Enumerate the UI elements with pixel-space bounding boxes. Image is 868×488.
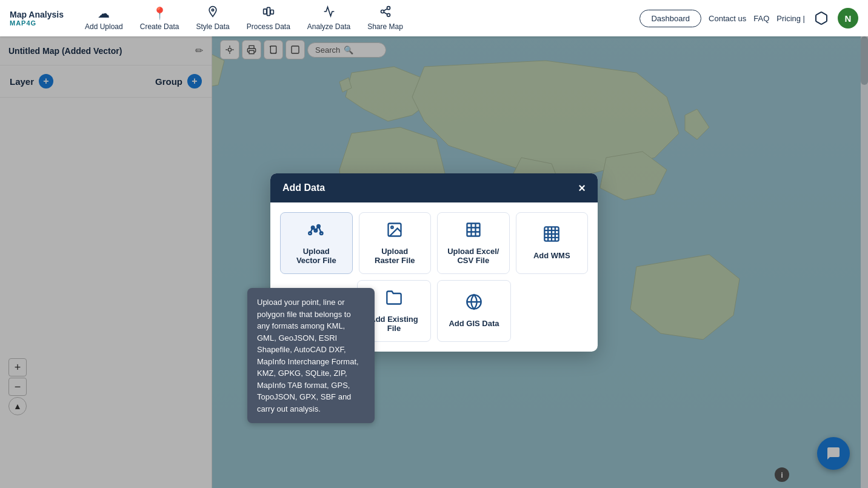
svg-rect-24 — [467, 223, 479, 236]
option-add-wms[interactable]: Add WMS — [516, 212, 589, 274]
app-subtitle: MAP4G — [10, 19, 64, 27]
user-avatar[interactable]: N — [838, 8, 858, 28]
nav-add-upload[interactable]: ☁ Add Upload — [76, 2, 132, 35]
svg-point-5 — [381, 10, 384, 13]
map-container[interactable]: Search 🔍 Untitled Map (Added Vector) ✏ L… — [0, 36, 868, 488]
upload-icon: ☁ — [98, 6, 110, 21]
svg-rect-1 — [263, 9, 266, 14]
nav-process-data[interactable]: Process Data — [238, 2, 299, 35]
faq-link[interactable]: FAQ — [753, 14, 769, 23]
svg-point-4 — [387, 7, 390, 10]
svg-rect-3 — [270, 10, 273, 15]
wms-option-label: Add WMS — [533, 251, 570, 260]
option-upload-raster[interactable]: UploadRaster File — [359, 212, 432, 274]
modal-header: Add Data × — [270, 173, 598, 202]
create-icon: 📍 — [152, 6, 167, 21]
modal-overlay[interactable]: Add Data × UploadVector File UploadRaste… — [0, 36, 868, 488]
share-icon — [379, 5, 392, 21]
contact-link[interactable]: Contact us — [709, 14, 746, 23]
gis-option-label: Add GIS Data — [449, 319, 499, 328]
svg-line-8 — [384, 8, 387, 10]
vector-icon — [308, 221, 325, 242]
modal-close-button[interactable]: × — [578, 182, 586, 194]
nav-share-map[interactable]: Share Map — [359, 2, 412, 35]
nav-style-data[interactable]: Style Data — [187, 2, 238, 35]
tooltip-text: Upload your point, line or polygon file … — [257, 298, 359, 413]
existing-option-label: Add ExistingFile — [370, 315, 418, 333]
gis-icon — [466, 293, 482, 314]
style-icon — [207, 5, 219, 21]
svg-point-6 — [387, 13, 390, 16]
pricing-link[interactable]: Pricing | — [776, 14, 805, 23]
excel-option-label: Upload Excel/CSV File — [447, 247, 499, 265]
option-upload-vector[interactable]: UploadVector File — [280, 212, 353, 274]
logo-area: Map Analysis MAP4G — [10, 10, 64, 27]
svg-point-0 — [212, 9, 213, 11]
excel-icon — [465, 221, 482, 242]
svg-rect-2 — [267, 7, 270, 15]
wms-icon — [543, 226, 560, 246]
svg-point-23 — [391, 226, 393, 229]
app-title: Map Analysis — [10, 10, 64, 19]
svg-line-7 — [384, 12, 387, 14]
analyze-icon — [323, 5, 335, 21]
option-upload-excel[interactable]: Upload Excel/CSV File — [437, 212, 510, 274]
existing-icon — [386, 289, 402, 310]
vector-option-label: UploadVector File — [296, 247, 336, 265]
topbar: Map Analysis MAP4G ☁ Add Upload 📍 Create… — [0, 0, 868, 36]
modal-title: Add Data — [282, 182, 325, 193]
right-nav: Dashboard Contact us FAQ Pricing | N — [639, 8, 858, 28]
box-icon[interactable] — [812, 9, 830, 27]
nav-create-data[interactable]: 📍 Create Data — [132, 2, 188, 35]
tooltip: Upload your point, line or polygon file … — [247, 288, 375, 423]
dashboard-button[interactable]: Dashboard — [639, 10, 701, 27]
option-add-gis[interactable]: Add GIS Data — [437, 280, 511, 342]
raster-icon — [386, 221, 403, 242]
process-icon — [262, 5, 275, 21]
nav-analyze-data[interactable]: Analyze Data — [299, 2, 359, 35]
raster-option-label: UploadRaster File — [375, 247, 415, 265]
